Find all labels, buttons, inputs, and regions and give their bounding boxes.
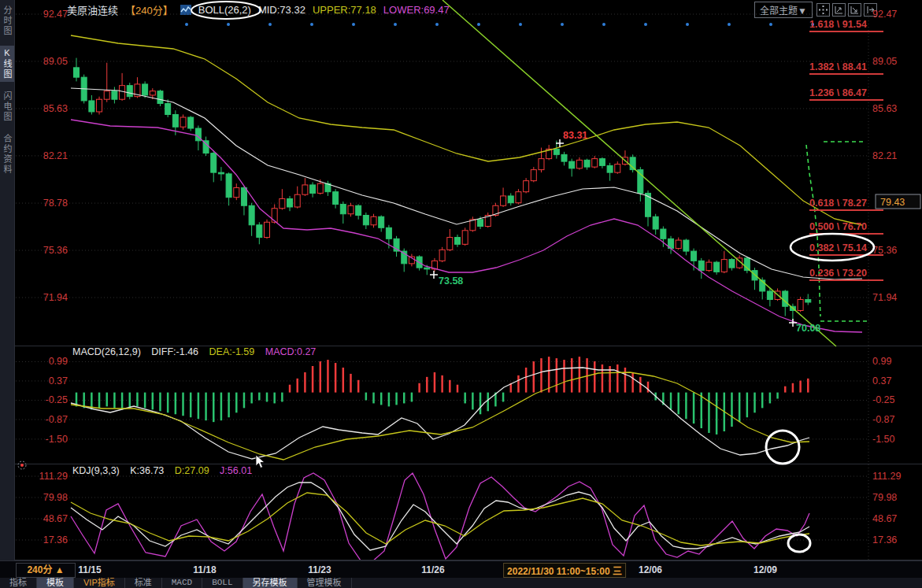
toolbar-tab-2[interactable]: VIP指标 [74,578,125,588]
chart-type-icon[interactable] [180,5,191,15]
time-axis-date: 11/15 [78,564,101,575]
trading-app: 分时图K线图闪电图合约资料 美原油连续 【240分】 BOLL(26,2) MI… [0,0,922,588]
kdj-k-value: K:36.73 [130,465,164,476]
symbol-name: 美原油连续 [67,2,118,17]
svg-text:0.618 \ 78.27: 0.618 \ 78.27 [809,198,867,209]
svg-text:79.98: 79.98 [872,492,897,503]
toolbar-tab-5[interactable]: BOLL [202,578,243,588]
kdj-j-value: J:56.01 [220,465,252,476]
zoom-in-range-icon[interactable] [832,3,846,17]
svg-text:-0.25: -0.25 [46,394,69,405]
svg-text:85.63: 85.63 [872,103,897,114]
period-label: 【240分】 [125,2,173,17]
svg-text:-0.25: -0.25 [872,394,895,405]
boll-lower-value: LOWER:69.47 [383,4,450,16]
time-axis-date: 11/23 [308,564,331,575]
kdj-title: KDJ(9,3,3) [72,465,120,476]
svg-text:75.36: 75.36 [872,245,897,256]
pan-right-icon[interactable] [864,3,877,17]
svg-text:82.21: 82.21 [872,150,897,161]
svg-text:0.500 \ 76.70: 0.500 \ 76.70 [809,221,867,232]
time-axis-date: 12/06 [639,564,662,575]
svg-text:17.36: 17.36 [872,534,897,545]
svg-text:1.236 \ 86.47: 1.236 \ 86.47 [809,87,867,98]
svg-text:1.618 \ 91.54: 1.618 \ 91.54 [809,19,867,30]
zoom-out-range-icon[interactable] [848,3,861,17]
macd-diff-value: DIFF:-1.46 [151,346,198,357]
svg-text:0.382 \ 75.14: 0.382 \ 75.14 [809,242,867,253]
svg-text:71.94: 71.94 [872,292,897,303]
sidebar: 分时图K线图闪电图合约资料 [0,0,15,560]
boll-mid-value: MID:73.32 [258,4,305,16]
sidebar-item-0[interactable]: 分时图 [0,3,14,39]
header-tools: 全部主题▼ [754,2,879,18]
svg-text:0.236 \ 73.20: 0.236 \ 73.20 [809,268,867,279]
bottom-toolbar: 指标模板VIP指标标准MACDBOLL另存模板管理模板 [0,578,922,588]
svg-text:-0.87: -0.87 [46,414,69,425]
svg-text:75.36: 75.36 [43,245,68,256]
svg-text:-1.50: -1.50 [46,434,69,445]
toolbar-tab-0[interactable]: 指标 [0,578,37,588]
toolbar-tab-4[interactable]: MACD [162,578,202,588]
svg-text:70.08: 70.08 [796,323,820,334]
svg-text:92.47: 92.47 [43,9,68,20]
svg-text:0.99: 0.99 [872,356,891,367]
chart-canvas[interactable]: 92.4789.0585.6382.2178.7875.3671.9492.47… [0,0,922,560]
toolbar-tab-1[interactable]: 模板 [37,578,74,588]
svg-text:71.94: 71.94 [43,292,68,303]
macd-title: MACD(26,12,9) [72,346,141,357]
time-axis-date: 11/26 [421,564,444,575]
macd-dea-value: DEA:-1.59 [209,346,255,357]
period-selector[interactable]: 240分 ▲ [16,563,76,578]
boll-params: BOLL(26,2) [198,4,251,16]
svg-text:73.58: 73.58 [439,276,463,287]
svg-text:-1.50: -1.50 [872,434,895,445]
boll-upper-value: UPPER:77.18 [313,4,376,16]
svg-text:111.29: 111.29 [39,471,68,482]
svg-text:0.99: 0.99 [49,356,68,367]
toolbar-tab-6[interactable]: 另存模板 [243,578,298,588]
svg-text:1.382 \ 88.41: 1.382 \ 88.41 [809,61,867,72]
svg-text:0.37: 0.37 [872,375,891,386]
svg-text:82.21: 82.21 [43,150,68,161]
chart-header: 美原油连续 【240分】 BOLL(26,2) MID:73.32 UPPER:… [67,2,457,17]
svg-text:79.98: 79.98 [43,492,68,503]
svg-text:79.43: 79.43 [880,197,905,208]
time-axis: 240分 ▲ 11/1511/1811/2311/262022/11/30 11… [0,560,922,579]
svg-text:0.37: 0.37 [49,375,68,386]
macd-macd-value: MACD:0.27 [265,346,317,357]
kdj-d-value: D:27.09 [175,465,209,476]
macd-header: MACD(26,12,9) DIFF:-1.46 DEA:-1.59 MACD:… [72,346,324,357]
toolbar-tab-3[interactable]: 标准 [125,578,162,588]
svg-text:83.31: 83.31 [563,130,587,141]
sidebar-item-3[interactable]: 合约资料 [0,131,14,177]
kdj-header: KDJ(9,3,3) K:36.73 D:27.09 J:56.01 [72,465,260,476]
time-axis-date: 12/09 [754,564,777,575]
svg-text:89.05: 89.05 [872,56,897,67]
time-axis-date: 11/18 [193,564,216,575]
svg-text:78.78: 78.78 [43,198,68,209]
sidebar-item-1[interactable]: K线图 [0,46,14,82]
toolbar-tab-7[interactable]: 管理模板 [298,578,352,588]
svg-text:89.05: 89.05 [43,56,68,67]
svg-text:48.67: 48.67 [872,513,897,524]
svg-text:-0.87: -0.87 [872,414,895,425]
svg-text:48.67: 48.67 [43,513,68,524]
svg-text:85.63: 85.63 [43,103,68,114]
svg-text:111.29: 111.29 [872,471,901,482]
crosshair-tool-icon[interactable] [816,3,830,17]
time-axis-current-bar: 2022/11/30 11:00~15:00 三 [503,563,626,578]
sidebar-item-2[interactable]: 闪电图 [0,89,14,124]
svg-text:17.36: 17.36 [43,534,68,545]
theme-dropdown[interactable]: 全部主题▼ [754,2,813,18]
